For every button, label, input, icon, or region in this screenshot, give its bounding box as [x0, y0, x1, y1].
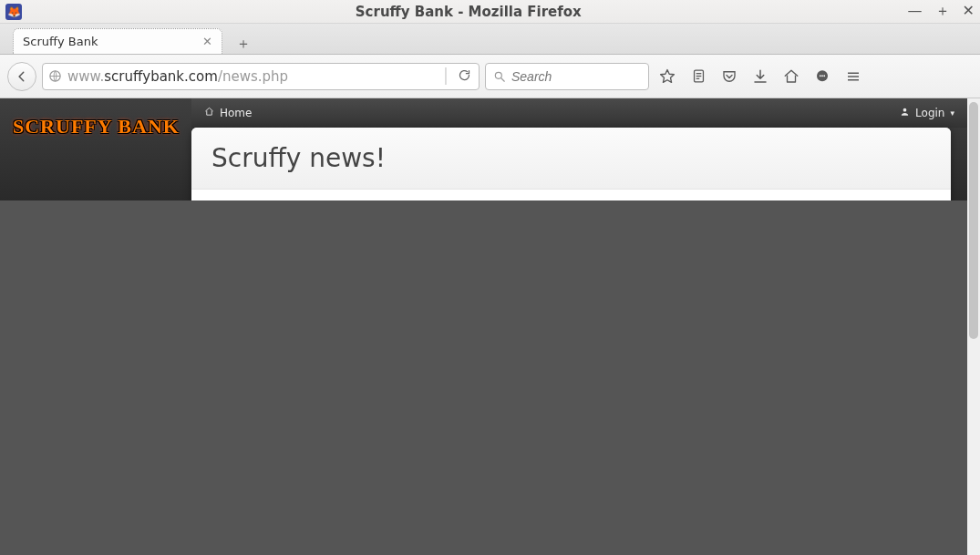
new-tab-button[interactable]: ＋: [232, 34, 255, 54]
svg-line-2: [501, 77, 505, 81]
globe-icon: [48, 69, 62, 83]
caret-down-icon: ▾: [950, 108, 954, 118]
firefox-app-icon: 🦊: [5, 4, 22, 20]
browser-toolbar: www.scruffybank.com/news.php │: [0, 55, 980, 98]
reload-button[interactable]: [456, 68, 473, 85]
nav-login-label: Login: [915, 107, 944, 119]
reading-list-button[interactable]: [686, 64, 711, 89]
pocket-button[interactable]: [717, 64, 742, 89]
chat-icon: [814, 68, 830, 85]
tab-title: Scruffy Bank: [23, 35, 98, 48]
svg-point-9: [820, 75, 821, 77]
chat-button[interactable]: [810, 64, 835, 89]
clipboard-icon: [691, 68, 707, 84]
nav-home-link[interactable]: Home: [204, 107, 252, 119]
user-icon: [900, 107, 910, 119]
home-button[interactable]: [779, 64, 804, 89]
site-top-nav: Home Login ▾: [191, 98, 967, 128]
scrollbar-thumb[interactable]: [969, 102, 978, 339]
tab-strip: Scruffy Bank ✕ ＋: [0, 24, 980, 55]
arrow-left-icon: [15, 70, 28, 83]
svg-point-15: [903, 108, 907, 112]
download-icon: [752, 68, 769, 85]
window-title: Scruffy Bank - Mozilla Firefox: [29, 4, 908, 20]
hamburger-icon: [845, 68, 861, 85]
search-bar[interactable]: [485, 63, 649, 90]
nav-login-dropdown[interactable]: Login ▾: [900, 107, 954, 119]
vertical-scrollbar[interactable]: [967, 98, 980, 555]
browser-tab[interactable]: Scruffy Bank ✕: [13, 28, 222, 54]
window-close-button[interactable]: ✕: [963, 2, 975, 21]
search-icon: [493, 70, 506, 83]
page-viewport: SCRUFFY BANK Home Login ▾: [0, 98, 980, 555]
star-icon: [659, 68, 676, 85]
bookmark-star-button[interactable]: [655, 64, 680, 89]
page-body: SCRUFFY BANK Home Login ▾: [0, 98, 967, 555]
url-text: www.scruffybank.com/news.php: [67, 68, 436, 85]
menu-button[interactable]: [841, 64, 866, 89]
back-button[interactable]: [7, 62, 36, 91]
site-header-bar: SCRUFFY BANK Home Login ▾: [0, 98, 967, 200]
site-logo[interactable]: SCRUFFY BANK: [13, 115, 180, 139]
tab-close-button[interactable]: ✕: [202, 35, 212, 48]
window-minimize-button[interactable]: —: [908, 2, 923, 21]
card-header: Scruffy news!: [191, 128, 951, 190]
svg-point-11: [823, 75, 825, 77]
home-icon: [204, 107, 214, 119]
page-heading: Scruffy news!: [211, 143, 386, 173]
os-titlebar: 🦊 Scruffy Bank - Mozilla Firefox — ＋ ✕: [0, 0, 980, 24]
search-input[interactable]: [511, 69, 641, 84]
url-bar[interactable]: www.scruffybank.com/news.php │: [42, 63, 480, 90]
svg-point-10: [821, 75, 823, 77]
page-body-lower: [0, 200, 967, 555]
downloads-button[interactable]: [748, 64, 773, 89]
nav-home-label: Home: [220, 107, 252, 119]
home-icon: [783, 68, 799, 85]
pocket-icon: [721, 68, 738, 85]
svg-point-1: [495, 72, 501, 78]
window-maximize-button[interactable]: ＋: [935, 2, 950, 21]
